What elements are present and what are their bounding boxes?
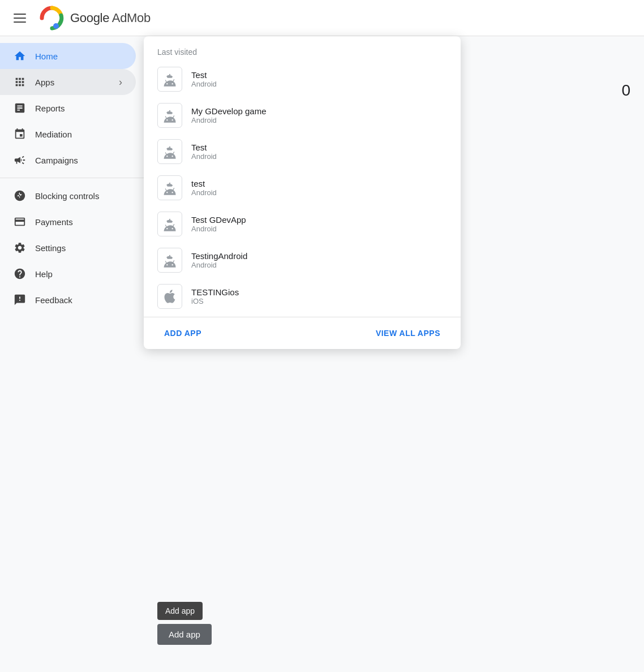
- admob-logo-icon: [40, 6, 65, 31]
- blocking-icon: [14, 189, 26, 202]
- view-all-apps-button[interactable]: VIEW ALL APPS: [369, 324, 447, 342]
- app-platform: Android: [191, 152, 217, 161]
- android-icon: [162, 107, 178, 123]
- help-icon: [14, 268, 26, 280]
- home-icon: [14, 50, 26, 62]
- sidebar-item-reports[interactable]: Reports: [0, 95, 136, 121]
- list-item[interactable]: TestingAndroid Android: [144, 242, 461, 278]
- feedback-icon: [14, 294, 26, 306]
- settings-icon: [14, 242, 26, 254]
- sidebar-item-settings-label: Settings: [35, 243, 122, 253]
- app-info: Test GDevApp Android: [191, 215, 246, 233]
- app-info: TESTINGios iOS: [191, 287, 239, 305]
- sidebar-item-help[interactable]: Help: [0, 261, 136, 287]
- sidebar: Home Apps › Reports Mediation: [0, 36, 145, 672]
- app-platform: Android: [191, 188, 217, 197]
- add-app-button-area: Add app: [157, 624, 212, 645]
- last-visited-label: Last visited: [144, 36, 461, 61]
- sidebar-item-campaigns[interactable]: Campaigns: [0, 147, 136, 173]
- app-icon-box: [157, 103, 182, 128]
- main-layout: Home Apps › Reports Mediation: [0, 36, 644, 672]
- sidebar-item-reports-label: Reports: [35, 104, 122, 113]
- apps-icon: [14, 76, 26, 88]
- add-app-footer-button[interactable]: ADD APP: [157, 324, 208, 342]
- app-platform: Android: [191, 116, 267, 124]
- android-icon: [162, 144, 178, 160]
- sidebar-item-blocking[interactable]: Blocking controls: [0, 183, 136, 209]
- app-info: Test Android: [191, 70, 217, 88]
- sidebar-item-home[interactable]: Home: [0, 43, 136, 69]
- header: Google AdMob: [0, 0, 644, 36]
- app-icon-box: [157, 67, 182, 92]
- sidebar-item-campaigns-label: Campaigns: [35, 156, 122, 165]
- content-area: Home Last visited Test Android: [145, 36, 644, 672]
- apps-chevron-icon: ›: [119, 76, 122, 88]
- sidebar-item-home-label: Home: [35, 51, 122, 61]
- sidebar-item-mediation[interactable]: Mediation: [0, 121, 136, 147]
- app-name: Test: [191, 143, 217, 152]
- sidebar-item-apps-label: Apps: [35, 77, 110, 87]
- sidebar-item-feedback[interactable]: Feedback: [0, 287, 136, 313]
- add-app-tooltip: Add app: [157, 602, 203, 620]
- app-info: test Android: [191, 179, 217, 197]
- app-info: TestingAndroid Android: [191, 251, 247, 269]
- android-icon: [162, 216, 178, 232]
- sidebar-item-feedback-label: Feedback: [35, 295, 122, 305]
- list-item[interactable]: Test Android: [144, 61, 461, 97]
- app-info: Test Android: [191, 143, 217, 161]
- campaigns-icon: [14, 154, 26, 166]
- app-platform: Android: [191, 80, 217, 88]
- add-app-button[interactable]: Add app: [157, 624, 212, 645]
- sidebar-item-apps[interactable]: Apps ›: [0, 69, 136, 95]
- app-icon-box: [157, 212, 182, 236]
- sidebar-item-help-label: Help: [35, 269, 122, 279]
- app-platform: Android: [191, 261, 247, 269]
- reports-icon: [14, 102, 26, 114]
- logo-text: Google AdMob: [70, 11, 151, 25]
- android-icon: [162, 71, 178, 87]
- sidebar-divider: [0, 178, 145, 178]
- sidebar-item-payments[interactable]: Payments: [0, 209, 136, 235]
- android-icon: [162, 180, 178, 196]
- app-name: Test GDevApp: [191, 215, 246, 225]
- app-icon-box: [157, 175, 182, 200]
- app-platform: iOS: [191, 297, 239, 305]
- list-item[interactable]: Test Android: [144, 133, 461, 170]
- app-name: TESTINGios: [191, 287, 239, 297]
- apps-dropdown: Last visited Test Android: [144, 36, 461, 349]
- app-icon-box: [157, 284, 182, 309]
- app-name: TestingAndroid: [191, 251, 247, 261]
- dropdown-footer: ADD APP VIEW ALL APPS: [144, 317, 461, 349]
- list-item[interactable]: test Android: [144, 170, 461, 206]
- sidebar-item-payments-label: Payments: [35, 217, 122, 227]
- sidebar-item-blocking-label: Blocking controls: [35, 191, 122, 201]
- list-item[interactable]: TESTINGios iOS: [144, 278, 461, 315]
- android-icon: [162, 252, 178, 268]
- svg-point-1: [53, 23, 59, 29]
- mediation-icon: [14, 128, 26, 140]
- home-stat: 0: [621, 81, 630, 100]
- logo: Google AdMob: [40, 6, 151, 31]
- sidebar-item-mediation-label: Mediation: [35, 130, 122, 139]
- app-name: test: [191, 179, 217, 188]
- payments-icon: [14, 216, 26, 228]
- app-name: My GDevelop game: [191, 106, 267, 116]
- hamburger-button[interactable]: [9, 9, 31, 27]
- sidebar-item-settings[interactable]: Settings: [0, 235, 136, 261]
- list-item[interactable]: My GDevelop game Android: [144, 97, 461, 133]
- app-list: Test Android My GDevelop game Android: [144, 61, 461, 315]
- app-platform: Android: [191, 225, 246, 233]
- apple-icon: [162, 288, 178, 304]
- app-info: My GDevelop game Android: [191, 106, 267, 124]
- list-item[interactable]: Test GDevApp Android: [144, 206, 461, 242]
- app-name: Test: [191, 70, 217, 80]
- app-icon-box: [157, 248, 182, 273]
- app-icon-box: [157, 139, 182, 164]
